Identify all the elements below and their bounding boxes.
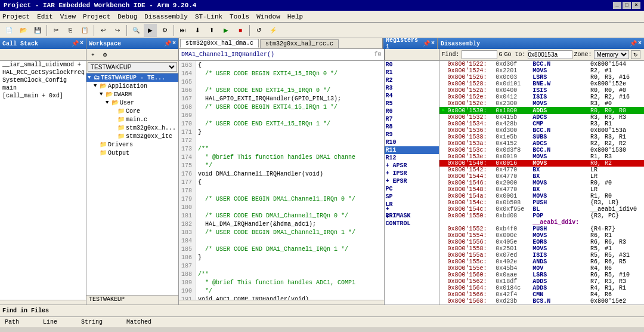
menu-debug[interactable]: Debug [117,13,137,20]
build-btn[interactable]: ▶ [144,24,157,37]
disasm-row[interactable]: 0x800'1562:0x18dfADDSR7, R3, R3 [439,278,645,285]
step-out-btn[interactable]: ⬆ [205,24,218,37]
register-row[interactable]: + EPSR [385,177,439,185]
disasm-row[interactable]: 0x800'153e:0x0019MOVSR1, R3 [439,153,645,160]
disasm-pin[interactable]: 📌 [630,40,637,47]
workspace-pin[interactable]: 📌 [164,40,171,47]
menu-project2[interactable]: Project [83,13,110,20]
register-row[interactable]: R6 [385,107,439,115]
disasm-row[interactable]: 0x800'1532:0x415bADCSR3, R3, R3 [439,114,645,121]
tree-item[interactable]: 📁Output [86,149,178,157]
reset-btn[interactable]: ↺ [252,24,265,37]
callstack-item[interactable]: main [0,84,86,92]
workspace-close[interactable]: × [172,40,176,47]
disasm-row[interactable]: ●0x800'1540:0x0016MOVSR0, R2 [439,160,645,167]
disasm-row[interactable]: 0x800'1550:0xbd08POP{R3, PC} [439,213,645,219]
disasm-row[interactable]: 0x800'155a:0x07edISISR5, R5, #31 [439,252,645,259]
register-row[interactable]: R7 [385,115,439,123]
callstack-close[interactable]: × [80,40,83,47]
disasm-row[interactable]: 0x800'1544:0x4770BXLR [439,173,645,180]
register-row[interactable]: R2 [385,76,439,84]
disasm-row[interactable]: 0x800'1522:0xd30fBCC.N0x800'1544 [439,61,645,67]
register-row[interactable]: + IPSR [385,170,439,177]
code-content[interactable]: { /* USER CODE BEGIN EXTI4_15_IRQn 0 */ … [196,61,384,300]
register-row[interactable]: R8 [385,123,439,131]
stop-btn[interactable]: ■ [234,24,247,37]
disasm-row[interactable]: 0x800'1542:0x4770BXLR [439,167,645,173]
registers-close[interactable]: × [431,40,435,47]
tree-item[interactable]: ▼📂EWARM [86,90,178,99]
paste-btn[interactable]: 📋 [78,24,91,37]
tree-item[interactable]: 📁main.c [86,115,178,124]
cut-btn[interactable]: ✂ [49,24,63,37]
disasm-row[interactable]: 0x800'154a:0x0001MOVSR1, R0 [439,193,645,199]
save-btn[interactable]: 💾 [31,24,44,37]
disasm-row[interactable]: 0x800'1554:0x000eMOVSR6, R1 [439,232,645,239]
disasm-row[interactable]: 0x800'1568:0xd23bBCS.N0x800'15e2 [439,298,645,305]
disasm-close[interactable]: × [638,40,642,47]
run-btn[interactable]: ▶ [219,24,233,37]
workspace-dropdown[interactable]: TESTWAKEUP [88,62,177,72]
callstack-item[interactable]: HAL_RCC_GetSysClockFreq [0,69,86,76]
menu-edit[interactable]: Edit [37,13,52,20]
disasm-row[interactable]: 0x800'1558:0x2501MOVSR5, #1 [439,245,645,252]
tree-item[interactable]: 📁stm32g0xx_h... [86,124,178,132]
goto-btn[interactable]: G [499,51,503,58]
maximize-btn[interactable]: □ [623,2,631,9]
undo-btn[interactable]: ↩ [97,24,110,37]
disasm-row[interactable]: 0x800'1524:0x2201MOVSR2, #1 [439,67,645,74]
disasm-row[interactable]: 0x800'1566:0x42f4CMNR4, R6 [439,291,645,298]
disasm-row[interactable]: 0x800'155e:0x45b4MOVR4, R6 [439,265,645,272]
disasm-row[interactable]: 0x800'1528:0x0d101BNE.W0x800'152e [439,81,645,87]
tree-item[interactable]: 📁Drivers [86,140,178,149]
register-row[interactable]: R12 [385,154,439,162]
disasm-row[interactable]: 0x800'1538:0x1e5bSUBSR3, R3, R1 [439,134,645,140]
disasm-find-input[interactable] [462,50,497,59]
menu-project[interactable]: Project [2,13,30,20]
disasm-refresh-btn[interactable]: ↻ [631,50,640,59]
registers-pin[interactable]: 📌 [423,40,430,47]
menu-help[interactable]: Help [287,13,303,20]
register-row[interactable]: R3 [385,84,439,92]
register-row[interactable]: R11 [385,146,439,154]
menu-stlink[interactable]: ST-Link [195,13,222,20]
disasm-row[interactable]: 0x800'1546:0x2000MOVSR0, #0 [439,180,645,186]
tree-item[interactable]: ▼📂Application [86,82,178,90]
open-btn[interactable]: 📂 [17,24,30,37]
tree-item[interactable]: 📁stm32g0xx_itc [86,132,178,140]
callstack-pin[interactable]: 📌 [72,40,79,47]
menu-window[interactable]: Window [256,13,280,20]
zone-select[interactable]: Memory [594,50,629,59]
menu-disassembly[interactable]: Disassembly [144,13,188,20]
redo-btn[interactable]: ↪ [111,24,124,37]
disasm-row[interactable]: 0x800'152e:0x0412ISISR2, R2, #16 [439,94,645,100]
editor-tab-rcc[interactable]: stm32g0xx_hal_rcc.c [260,39,339,48]
callstack-item[interactable]: SystemClock_Config [0,76,86,84]
register-row[interactable]: + CONTROL [385,216,439,224]
disasm-row[interactable]: 0x800'152e:0x2300MOVSR3, #0 [439,100,645,107]
disasm-row[interactable]: 0x800'153a:0x4152ADCSR2, R2, R2 [439,140,645,147]
editor-hscroll[interactable] [179,300,384,305]
editor-tab-dma[interactable]: stm32g0xx_hal_dma.c [180,39,259,48]
copy-btn[interactable]: ⎘ [64,24,77,37]
disasm-row[interactable]: 0x800'152a:0x0400ISISR0, R0, #0 [439,87,645,94]
disasm-row[interactable]: 0x800'154c:0x0b508PUSH{R3, LR} [439,199,645,206]
register-row[interactable]: + APSR [385,162,439,170]
register-row[interactable]: R10 [385,139,439,146]
workspace-new-btn[interactable]: + [88,50,98,60]
step-over-btn[interactable]: ⏭ [177,24,190,37]
disasm-row[interactable]: 0x800'1552:0xb4f0PUSH{R4-R7} [439,226,645,232]
register-row[interactable]: R4 [385,92,439,100]
callstack-resizer[interactable] [0,300,86,305]
disasm-row[interactable]: __aeabi_ddiv: [439,219,645,226]
register-row[interactable]: R5 [385,100,439,107]
new-btn[interactable]: 📄 [2,24,16,37]
menu-view[interactable]: View [60,13,76,20]
minimize-btn[interactable]: _ [613,2,621,9]
disasm-row[interactable]: 0x800'155c:0x402eANDSR6, R6, R5 [439,259,645,265]
step-into-btn[interactable]: ⬇ [191,24,204,37]
menu-tools[interactable]: Tools [230,13,249,20]
disasm-row[interactable]: 0x800'1564:0x0184cADDSR4, R1, R1 [439,285,645,291]
register-row[interactable]: R1 [385,69,439,76]
debug-btn[interactable]: ⚙ [158,24,171,37]
